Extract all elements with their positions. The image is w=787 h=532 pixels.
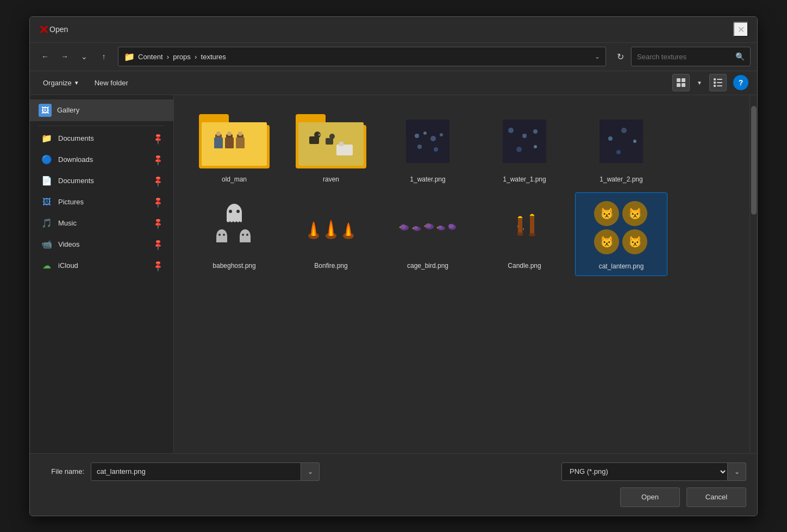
folder-icon: [296, 114, 366, 168]
cat-face-4: 😾: [622, 229, 647, 254]
sidebar-documents2-label: Documents: [58, 177, 153, 185]
toolbar: Organize ▼ New folder ▼: [30, 71, 757, 95]
pin-icon: 📌: [152, 238, 164, 251]
new-folder-button[interactable]: New folder: [90, 77, 133, 89]
main-content: 🖼 Gallery 📁 Documents 📌 🔵 Downloads 📌: [30, 95, 757, 453]
sidebar-item-gallery[interactable]: 🖼 Gallery: [30, 99, 173, 121]
scrollbar-thumb[interactable]: [751, 106, 757, 215]
search-input[interactable]: [637, 53, 732, 61]
music-icon: 🎵: [41, 217, 53, 229]
sidebar-item-icloud[interactable]: ☁ iCloud 📌: [32, 255, 171, 276]
sidebar-item-documents2[interactable]: 📄 Documents 📌: [32, 171, 171, 191]
svg-point-54: [242, 234, 244, 236]
sidebar-item-music[interactable]: 🎵 Music 📌: [32, 213, 171, 234]
file-item-1-water-1[interactable]: 1_water_1.png: [478, 106, 571, 189]
pin-icon: 📌: [152, 132, 164, 145]
svg-rect-9: [717, 85, 722, 86]
file-name-1-water: 1_water.png: [410, 176, 445, 184]
svg-rect-11: [216, 132, 221, 136]
filename-wrapper: ⌄: [91, 462, 320, 481]
organize-button[interactable]: Organize ▼: [39, 77, 84, 89]
png-thumb-cage-bird: [390, 198, 466, 258]
help-button[interactable]: ?: [733, 75, 748, 90]
file-item-bonfire[interactable]: Bonfire.png: [285, 192, 377, 276]
svg-point-35: [522, 134, 527, 138]
file-item-babeghost[interactable]: babeghost.png: [188, 192, 280, 276]
address-bar[interactable]: 📁 Content › props › textures ⌄: [118, 47, 606, 66]
sidebar-documents1-label: Documents: [58, 134, 153, 142]
svg-rect-24: [336, 145, 353, 155]
filename-dropdown-button[interactable]: ⌄: [301, 462, 320, 481]
file-name-candle: Candle.png: [508, 262, 541, 271]
svg-rect-5: [717, 79, 722, 80]
svg-point-27: [415, 134, 419, 138]
svg-rect-6: [714, 82, 716, 84]
recent-locations-button[interactable]: ⌄: [76, 48, 93, 65]
svg-point-30: [440, 133, 443, 136]
cat-face-1: 😾: [594, 201, 619, 226]
file-item-raven[interactable]: raven: [285, 106, 377, 189]
svg-rect-53: [240, 236, 251, 242]
open-dialog: Open ✕ ← → ⌄ ↑ 📁 Content › props › textu…: [29, 16, 758, 516]
sidebar-item-pictures[interactable]: 🖼 Pictures 📌: [32, 192, 171, 212]
svg-rect-3: [682, 83, 685, 87]
file-item-cage-bird[interactable]: cage_bird.png: [382, 192, 474, 276]
documents2-icon: 📄: [41, 175, 53, 187]
svg-rect-7: [717, 82, 722, 83]
svg-point-47: [236, 210, 240, 213]
back-button[interactable]: ←: [36, 48, 54, 65]
svg-rect-12: [214, 137, 223, 148]
scrollbar-track[interactable]: [749, 95, 757, 453]
folder-icon: [199, 114, 270, 168]
filename-input[interactable]: [91, 462, 301, 481]
file-item-1-water-2[interactable]: 1_water_2.png: [575, 106, 667, 189]
sidebar-pictures-label: Pictures: [58, 198, 153, 206]
svg-rect-74: [518, 218, 522, 234]
sidebar-item-documents1[interactable]: 📁 Documents 📌: [32, 128, 171, 149]
open-button[interactable]: Open: [620, 487, 680, 507]
file-item-old-man[interactable]: old_man: [188, 106, 280, 189]
file-name-cat-lantern: cat_lantern.png: [599, 262, 644, 271]
refresh-button[interactable]: ↻: [611, 48, 629, 65]
sidebar-gallery-label: Gallery: [57, 106, 79, 114]
svg-rect-2: [677, 83, 680, 87]
file-name-babeghost: babeghost.png: [213, 262, 255, 271]
sidebar-music-label: Music: [58, 219, 153, 227]
filetype-select[interactable]: PNG (*.png) All files (*.*) JPEG (*.jpg): [561, 462, 728, 481]
bottom-bar: File name: ⌄ PNG (*.png) All files (*.*)…: [30, 453, 757, 516]
pin-icon: 📌: [152, 217, 164, 229]
gallery-icon: 🖼: [39, 104, 52, 117]
svg-point-69: [438, 226, 442, 229]
png-thumb-1-water-2: [583, 111, 659, 171]
file-item-candle[interactable]: Candle.png: [478, 192, 571, 276]
downloads-icon: 🔵: [41, 154, 53, 166]
file-item-1-water[interactable]: 1_water.png: [382, 106, 474, 189]
address-folder-icon: 📁: [124, 52, 135, 62]
up-button[interactable]: ↑: [95, 48, 113, 65]
svg-point-60: [401, 224, 406, 229]
svg-point-40: [608, 136, 613, 141]
view-btn-dropdown[interactable]: ▼: [691, 74, 708, 91]
view-details-button[interactable]: [709, 74, 727, 91]
png-thumb-candle: [486, 198, 563, 258]
sidebar-item-videos[interactable]: 📹 Videos 📌: [32, 234, 171, 255]
svg-point-50: [218, 234, 221, 236]
address-path: Content › props › textures: [138, 53, 591, 61]
file-item-cat-lantern[interactable]: 😾 😾 😾 😾 cat_lantern.png: [575, 192, 667, 276]
filetype-dropdown-button[interactable]: ⌄: [728, 462, 746, 481]
svg-point-51: [223, 234, 225, 236]
forward-button[interactable]: →: [56, 48, 73, 65]
navbar: ← → ⌄ ↑ 📁 Content › props › textures ⌄ ↻…: [30, 43, 757, 71]
pin-icon: 📌: [152, 153, 164, 166]
svg-point-23: [329, 134, 335, 139]
svg-rect-25: [339, 142, 343, 146]
folder-thumb-raven: [293, 111, 369, 171]
cancel-button[interactable]: Cancel: [686, 487, 746, 507]
filetype-wrapper: PNG (*.png) All files (*.*) JPEG (*.jpg)…: [561, 462, 746, 481]
sidebar-item-downloads[interactable]: 🔵 Downloads 📌: [32, 149, 171, 170]
close-button[interactable]: ✕: [733, 22, 748, 37]
svg-rect-33: [503, 120, 546, 163]
svg-marker-64: [412, 227, 414, 229]
view-large-icons-button[interactable]: [672, 74, 690, 91]
filename-row: File name: ⌄ PNG (*.png) All files (*.*)…: [41, 462, 746, 481]
